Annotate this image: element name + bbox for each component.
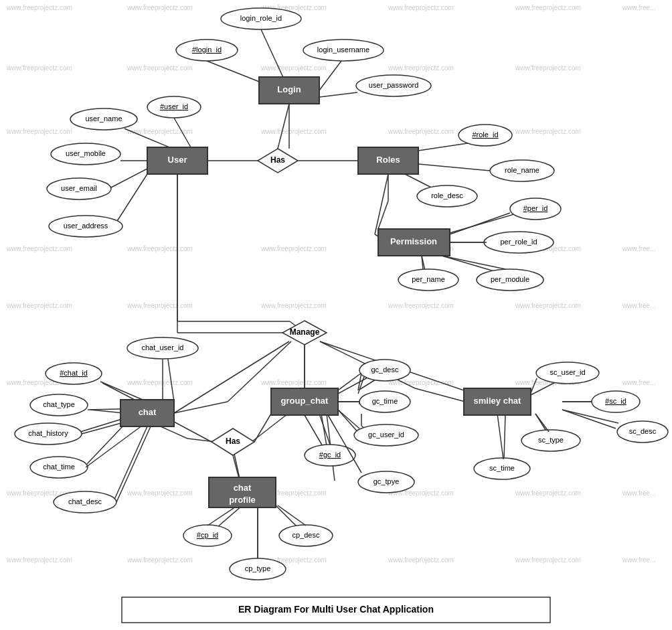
relationship-manage-label: Manage bbox=[290, 327, 320, 337]
attr-chat-type-label: chat_type bbox=[43, 400, 75, 408]
svg-line-24 bbox=[174, 402, 228, 413]
watermark: www.free... bbox=[622, 556, 655, 564]
attr-chat-user-id-label: chat_user_id bbox=[142, 343, 184, 351]
entity-chat-profile-label2: profile bbox=[229, 495, 256, 505]
watermark: www.free... bbox=[622, 245, 655, 252]
watermark: www.freeprojectz.com bbox=[260, 379, 327, 386]
watermark: www.freeprojectz.com bbox=[127, 64, 193, 72]
watermark: www.free... bbox=[622, 302, 655, 309]
watermark: www.freeprojectz.com bbox=[515, 302, 581, 309]
attr-gc-time-label: gc_time bbox=[372, 397, 398, 405]
watermark: www.freeprojectz.com bbox=[6, 302, 72, 309]
watermark: www.freeprojectz.com bbox=[127, 379, 193, 386]
attr-per-role-id-label: per_role_id bbox=[500, 238, 537, 246]
watermark: www.freeprojectz.com bbox=[127, 245, 193, 252]
attr-per-id-label: #per_id bbox=[523, 204, 548, 212]
attr-role-desc-label: role_desc bbox=[431, 191, 463, 200]
svg-line-48 bbox=[562, 410, 616, 428]
relationship-has2-label: Has bbox=[226, 437, 240, 446]
svg-line-71 bbox=[442, 256, 505, 269]
attr-chat-history-label: chat_history bbox=[28, 429, 68, 437]
svg-line-63 bbox=[338, 410, 359, 434]
watermark: www.freeprojectz.com bbox=[388, 128, 454, 135]
watermark: www.freeprojectz.com bbox=[6, 4, 72, 11]
entity-group-chat-label: group_chat bbox=[281, 396, 329, 406]
svg-line-11 bbox=[114, 174, 147, 226]
svg-line-10 bbox=[111, 169, 147, 187]
watermark: www.freeprojectz.com bbox=[127, 556, 193, 564]
entity-user-label: User bbox=[168, 155, 187, 165]
watermark: www.freeprojectz.com bbox=[6, 64, 72, 72]
watermark: www.freeprojectz.com bbox=[260, 245, 327, 252]
attr-cp-type-label: cp_type bbox=[245, 564, 271, 572]
watermark: www.freeprojectz.com bbox=[388, 64, 454, 72]
svg-line-67 bbox=[378, 201, 388, 229]
er-diagram: www.freeprojectz.com www.freeprojectz.co… bbox=[0, 0, 672, 630]
attr-login-id-label: #login_id bbox=[192, 46, 222, 54]
watermark: www.freeprojectz.com bbox=[127, 302, 193, 309]
svg-line-51 bbox=[161, 426, 187, 439]
attr-sc-time-label: sc_time bbox=[489, 464, 515, 472]
attr-user-id-label: #user_id bbox=[160, 102, 188, 110]
watermark: www.freeprojectz.com bbox=[260, 302, 327, 309]
attr-per-module-label: per_module bbox=[491, 275, 529, 283]
svg-line-50 bbox=[504, 414, 505, 459]
attr-user-password-label: user_password bbox=[369, 81, 419, 89]
attr-role-id-label: #role_id bbox=[472, 131, 498, 139]
svg-line-96 bbox=[254, 414, 271, 442]
attr-user-name-label: user_name bbox=[85, 114, 122, 123]
entity-login-label: Login bbox=[277, 84, 301, 94]
svg-line-31 bbox=[80, 418, 124, 432]
attr-chat-desc-label: chat_desc bbox=[68, 497, 102, 505]
svg-line-17 bbox=[445, 213, 519, 234]
attr-gc-tpye-label: gc_tpye bbox=[373, 477, 400, 485]
attr-cp-desc-label: cp_desc bbox=[292, 531, 320, 539]
svg-line-68 bbox=[450, 213, 510, 234]
attr-user-mobile-label: user_mobile bbox=[66, 149, 106, 157]
svg-line-13 bbox=[418, 164, 490, 171]
svg-line-70 bbox=[422, 256, 423, 269]
attr-chat-time-label: chat_time bbox=[43, 463, 75, 471]
svg-line-87 bbox=[338, 410, 359, 428]
svg-line-28 bbox=[167, 355, 174, 402]
attr-cp-id-label: #cp_id bbox=[197, 531, 218, 539]
attr-user-address-label: user_address bbox=[64, 222, 108, 230]
watermark: www.freeprojectz.com bbox=[515, 64, 581, 72]
attr-sc-id-label: #sc_id bbox=[605, 397, 626, 405]
watermark: www.freeprojectz.com bbox=[515, 128, 581, 135]
entity-chat-label: chat bbox=[139, 407, 157, 417]
attr-login-username-label: login_username bbox=[317, 46, 369, 54]
attr-user-email-label: user_email bbox=[61, 184, 97, 192]
watermark: www.freeprojectz.com bbox=[515, 489, 581, 497]
watermark: www.freeprojectz.com bbox=[127, 4, 193, 11]
attr-login-role-id-label: login_role_id bbox=[240, 14, 282, 22]
relationship-has-label: Has bbox=[270, 155, 285, 165]
watermark: www.freeprojectz.com bbox=[260, 64, 327, 72]
attr-gc-id-label: #gc_id bbox=[319, 451, 341, 459]
entity-roles-label: Roles bbox=[376, 155, 400, 165]
watermark: www.freeprojectz.com bbox=[6, 128, 72, 135]
svg-line-99 bbox=[278, 505, 306, 526]
entity-chat-profile-label: chat bbox=[234, 483, 252, 493]
svg-line-15 bbox=[375, 174, 388, 234]
attr-gc-user-id-label: gc_user_id bbox=[368, 430, 404, 439]
svg-line-94 bbox=[497, 414, 503, 459]
svg-line-3 bbox=[319, 92, 357, 97]
attr-gc-desc-label: gc_desc bbox=[371, 366, 399, 374]
watermark: www.freeprojectz.com bbox=[388, 4, 454, 11]
attr-sc-user-id-label: sc_user_id bbox=[550, 368, 585, 376]
attr-sc-type-label: sc_type bbox=[538, 436, 564, 444]
watermark: www.freeprojectz.com bbox=[6, 556, 72, 564]
watermark: www.free... bbox=[622, 379, 655, 386]
entity-smiley-chat-label: smiley chat bbox=[474, 396, 521, 406]
attr-role-name-label: role_name bbox=[505, 166, 539, 174]
svg-line-27 bbox=[415, 388, 465, 402]
watermark: www.freeprojectz.com bbox=[127, 489, 193, 497]
watermark: www.free... bbox=[622, 4, 655, 11]
svg-line-93 bbox=[535, 414, 549, 432]
watermark: www.freeprojectz.com bbox=[388, 556, 454, 564]
attr-sc-desc-label: sc_desc bbox=[629, 427, 657, 435]
diagram-title: ER Diagram For Multi User Chat Applicati… bbox=[238, 604, 434, 615]
attr-per-name-label: per_name bbox=[412, 275, 445, 283]
attr-chat-id-label: #chat_id bbox=[60, 369, 88, 377]
